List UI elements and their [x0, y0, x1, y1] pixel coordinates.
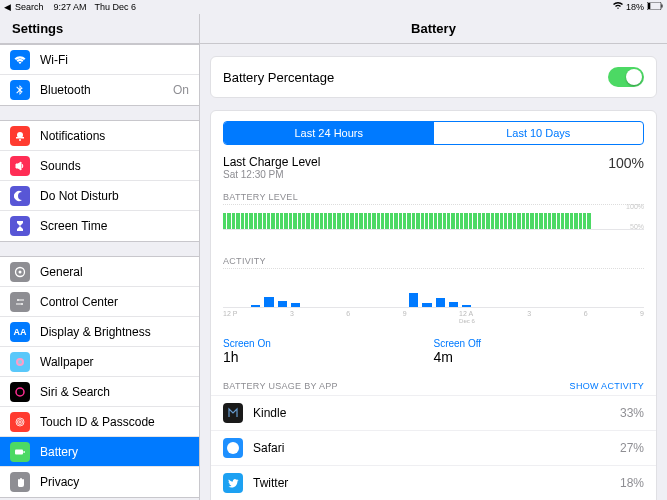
app-name: Kindle — [253, 406, 620, 420]
battery-level-bar — [526, 213, 529, 229]
sidebar-item-label: Wi-Fi — [40, 53, 189, 67]
battery-level-bar — [276, 213, 279, 229]
sounds-icon — [10, 156, 30, 176]
bluetooth-icon — [10, 80, 30, 100]
battery-level-bar — [289, 213, 292, 229]
app-name: Twitter — [253, 476, 620, 490]
battery-level-bar — [333, 213, 336, 229]
activity-axis-tick: 6 — [584, 310, 588, 324]
sidebar-item-screen-time[interactable]: Screen Time — [0, 211, 199, 241]
sidebar-item-control-center[interactable]: Control Center — [0, 287, 199, 317]
svg-rect-11 — [16, 303, 21, 304]
activity-label: ACTIVITY — [211, 252, 656, 268]
screen-time-icon — [10, 216, 30, 236]
app-icon — [223, 473, 243, 493]
battery-level-bar — [552, 213, 555, 229]
battery-level-bar — [473, 213, 476, 229]
sidebar-item-wallpaper[interactable]: Wallpaper — [0, 347, 199, 377]
sidebar-item-dnd[interactable]: Do Not Disturb — [0, 181, 199, 211]
battery-level-bar — [504, 213, 507, 229]
battery-level-bar — [500, 213, 503, 229]
sidebar-item-detail: On — [173, 83, 189, 97]
sidebar-item-label: Privacy — [40, 475, 189, 489]
activity-axis-tick: 3 — [527, 310, 531, 324]
sidebar-item-label: Screen Time — [40, 219, 189, 233]
status-back-label[interactable]: Search — [15, 2, 44, 12]
sidebar-item-general[interactable]: General — [0, 257, 199, 287]
sidebar-item-bluetooth[interactable]: BluetoothOn — [0, 75, 199, 105]
activity-axis-tick: 12 ADec 6 — [459, 310, 475, 324]
battery-level-bar — [491, 213, 494, 229]
battery-level-bar — [456, 213, 459, 229]
app-usage-row[interactable]: Twitter18% — [211, 465, 656, 500]
battery-level-bar — [544, 213, 547, 229]
battery-stats-card: Last 24 Hours Last 10 Days Last Charge L… — [210, 110, 657, 500]
svg-point-17 — [19, 421, 21, 423]
activity-axis-tick: 9 — [640, 310, 644, 324]
battery-level-bar — [311, 213, 314, 229]
show-activity-button[interactable]: SHOW ACTIVITY — [570, 381, 644, 391]
battery-level-bar — [570, 213, 573, 229]
battery-level-bar — [517, 213, 520, 229]
sidebar-item-notifications[interactable]: Notifications — [0, 121, 199, 151]
battery-level-bar — [364, 213, 367, 229]
battery-level-bar — [565, 213, 568, 229]
battery-level-bar — [513, 213, 516, 229]
back-chevron-icon[interactable]: ◀ — [4, 2, 11, 12]
notifications-icon — [10, 126, 30, 146]
activity-bar — [449, 302, 458, 307]
sidebar-item-wifi[interactable]: Wi-Fi — [0, 45, 199, 75]
segment-10d[interactable]: Last 10 Days — [434, 122, 644, 144]
battery-level-bar — [223, 213, 226, 229]
sidebar-item-siri[interactable]: Siri & Search — [0, 377, 199, 407]
sidebar-item-label: Bluetooth — [40, 83, 173, 97]
battery-level-bar — [328, 213, 331, 229]
sidebar-item-label: Wallpaper — [40, 355, 189, 369]
sidebar-item-battery[interactable]: Battery — [0, 437, 199, 467]
svg-point-20 — [227, 442, 239, 454]
activity-chart[interactable]: 12 P36912 ADec 6369 — [223, 268, 644, 328]
svg-point-13 — [18, 360, 22, 364]
battery-level-bar — [302, 213, 305, 229]
sidebar-item-privacy[interactable]: Privacy — [0, 467, 199, 497]
battery-level-bar — [368, 213, 371, 229]
battery-level-chart[interactable]: 100%50% — [223, 204, 644, 248]
activity-axis-tick: 6 — [346, 310, 350, 324]
status-battery-pct: 18% — [626, 2, 644, 12]
battery-level-bar — [359, 213, 362, 229]
svg-rect-18 — [15, 449, 23, 454]
segment-24h[interactable]: Last 24 Hours — [224, 122, 434, 144]
battery-level-bar — [587, 213, 590, 229]
activity-bar — [422, 303, 431, 307]
sidebar-item-label: Battery — [40, 445, 189, 459]
wifi-icon — [10, 50, 30, 70]
app-usage-row[interactable]: Safari27% — [211, 430, 656, 465]
touchid-icon — [10, 412, 30, 432]
battery-level-bar — [447, 213, 450, 229]
svg-rect-19 — [24, 451, 25, 453]
time-range-segmented[interactable]: Last 24 Hours Last 10 Days — [223, 121, 644, 145]
sidebar-item-sounds[interactable]: Sounds — [0, 151, 199, 181]
battery-level-bar — [355, 213, 358, 229]
privacy-icon — [10, 472, 30, 492]
battery-level-bar — [267, 213, 270, 229]
app-usage-row[interactable]: Kindle33% — [211, 395, 656, 430]
battery-level-bar — [293, 213, 296, 229]
settings-sidebar: Settings Wi-FiBluetoothOnNotificationsSo… — [0, 14, 200, 500]
battery-level-bar — [350, 213, 353, 229]
battery-level-bar — [381, 213, 384, 229]
sidebar-item-label: Touch ID & Passcode — [40, 415, 189, 429]
battery-percentage-toggle[interactable] — [608, 67, 644, 87]
sidebar-item-touchid[interactable]: Touch ID & Passcode — [0, 407, 199, 437]
sidebar-item-display[interactable]: AADisplay & Brightness — [0, 317, 199, 347]
battery-level-bar — [407, 213, 410, 229]
battery-level-bar — [478, 213, 481, 229]
last-charge-pct: 100% — [608, 155, 644, 171]
svg-rect-2 — [662, 5, 663, 8]
battery-level-bar — [249, 213, 252, 229]
battery-level-bar — [434, 213, 437, 229]
battery-level-bar — [579, 213, 582, 229]
siri-icon — [10, 382, 30, 402]
svg-rect-9 — [19, 299, 24, 300]
svg-point-8 — [17, 299, 19, 301]
